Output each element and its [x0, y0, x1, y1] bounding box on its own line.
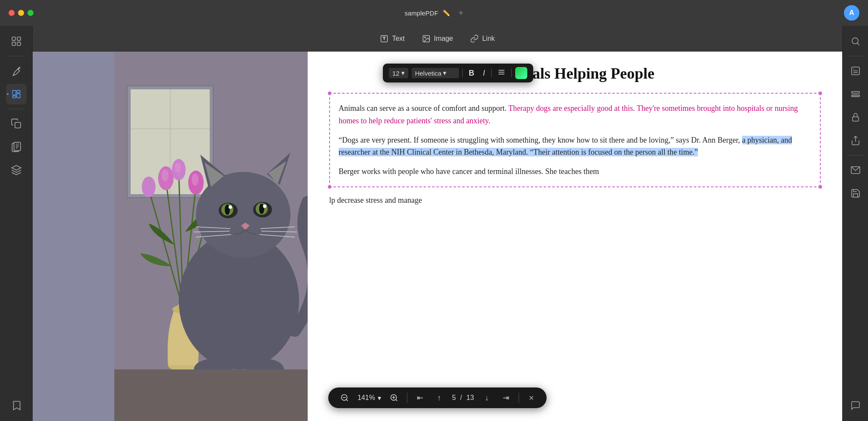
- titlebar-center: samplePDF ✏️ +: [404, 8, 463, 18]
- email-icon: [850, 165, 861, 175]
- right-sidebar-protect[interactable]: [845, 107, 866, 128]
- list-icon: [498, 68, 505, 76]
- prev-page-button[interactable]: ↑: [433, 392, 445, 404]
- sidebar-icon-edit[interactable]: [6, 84, 27, 104]
- svg-line-65: [395, 399, 397, 401]
- svg-rect-1: [17, 37, 21, 40]
- sidebar-icon-bookmark[interactable]: [6, 395, 27, 416]
- zoom-display[interactable]: 141% ▾: [358, 394, 381, 402]
- sidebar-icon-copy[interactable]: [6, 113, 27, 134]
- close-nav-button[interactable]: ✕: [526, 393, 536, 403]
- new-tab-button[interactable]: +: [458, 8, 464, 18]
- first-page-button[interactable]: ⇤: [414, 392, 426, 404]
- page-sep: /: [460, 394, 462, 402]
- page-nav: 5 / 13: [452, 394, 474, 402]
- bold-button[interactable]: B: [466, 68, 477, 79]
- text-tool-button[interactable]: Text: [371, 31, 413, 46]
- tab-title: samplePDF: [404, 9, 438, 17]
- svg-line-61: [346, 399, 348, 401]
- bottom-controls: 141% ▾ ⇤ ↑ 5 / 13: [328, 387, 547, 408]
- svg-point-48: [229, 205, 232, 209]
- svg-rect-5: [17, 90, 20, 92]
- link-tool-label: Link: [482, 35, 495, 43]
- pdf-text-half: Animals Helping People Animals can serve…: [308, 52, 842, 421]
- redact-icon: [850, 89, 861, 99]
- main-layout: Text Image Link: [0, 26, 868, 421]
- cat-image-svg: [33, 52, 308, 421]
- zoom-in-button[interactable]: [388, 392, 400, 404]
- list-button[interactable]: [495, 67, 508, 79]
- last-page-button[interactable]: ⇥: [500, 392, 512, 404]
- right-sidebar-save[interactable]: [845, 183, 866, 204]
- edit-title-icon[interactable]: ✏️: [443, 9, 450, 16]
- resize-handle-tl[interactable]: [328, 92, 331, 95]
- svg-rect-3: [17, 42, 21, 46]
- svg-point-37: [162, 169, 168, 181]
- svg-point-38: [175, 162, 181, 173]
- svg-rect-4: [12, 90, 16, 95]
- lock-icon: [850, 112, 861, 122]
- image-icon: [422, 34, 431, 43]
- close-button[interactable]: [9, 10, 15, 16]
- right-sidebar-redact[interactable]: [845, 84, 866, 104]
- para1-text: Animals can serve as a source of comfort…: [339, 104, 508, 113]
- text-format-toolbar: 12 ▾ Helvetica ▾ B I: [383, 64, 533, 82]
- resize-handle-tr[interactable]: [819, 92, 822, 95]
- right-sidebar: [842, 26, 868, 421]
- link-tool-button[interactable]: Link: [462, 31, 503, 46]
- svg-point-39: [192, 174, 199, 186]
- left-sidebar: [0, 26, 33, 421]
- chat-icon: [850, 400, 861, 411]
- right-sidebar-ocr[interactable]: [845, 61, 866, 81]
- svg-rect-0: [12, 37, 15, 40]
- avatar[interactable]: A: [844, 5, 859, 21]
- next-page-button[interactable]: ↓: [481, 392, 493, 404]
- svg-rect-8: [15, 122, 20, 128]
- font-family-select[interactable]: Helvetica ▾: [412, 68, 459, 78]
- para1-pink: Therapy dogs are especially good at this…: [339, 104, 798, 125]
- para2-selected: a physician, and researcher at the NIH C…: [339, 136, 792, 157]
- para4-text: lp decrease stress and manage: [329, 196, 422, 204]
- svg-point-13: [425, 37, 426, 38]
- link-icon: [470, 34, 479, 43]
- svg-rect-70: [852, 95, 859, 97]
- svg-point-49: [263, 204, 266, 208]
- toolbar-separator-1: [462, 69, 463, 77]
- italic-button[interactable]: I: [480, 68, 488, 79]
- zoom-out-button[interactable]: [339, 392, 351, 404]
- svg-rect-58: [114, 369, 308, 421]
- right-sidebar-search[interactable]: [845, 31, 866, 52]
- right-sidebar-email[interactable]: [845, 160, 866, 180]
- pdf-area: 12 ▾ Helvetica ▾ B I: [33, 52, 842, 421]
- paragraph-4-partial: lp decrease stress and manage: [329, 194, 821, 207]
- content-area: Text Image Link: [33, 26, 842, 421]
- right-sidebar-divider-1: [847, 56, 864, 56]
- maximize-button[interactable]: [28, 10, 34, 16]
- font-size-select[interactable]: 12 ▾: [389, 68, 408, 78]
- search-icon: [850, 36, 861, 46]
- image-tool-label: Image: [434, 35, 453, 43]
- text-content-box[interactable]: Animals can serve as a source of comfort…: [329, 93, 821, 187]
- font-size-value: 12: [392, 70, 400, 77]
- font-chevron: ▾: [443, 69, 446, 77]
- right-sidebar-share[interactable]: [845, 130, 866, 151]
- main-toolbar: Text Image Link: [33, 26, 842, 52]
- resize-handle-br[interactable]: [819, 185, 822, 189]
- current-page: 5: [452, 394, 456, 402]
- color-picker-button[interactable]: [515, 67, 527, 79]
- svg-rect-10: [14, 142, 20, 151]
- nav-separator-1: [407, 393, 407, 403]
- sidebar-icon-layers[interactable]: [6, 160, 27, 180]
- image-tool-button[interactable]: Image: [413, 31, 462, 46]
- sidebar-icon-thumbnails[interactable]: [6, 31, 27, 52]
- right-sidebar-chat[interactable]: [845, 395, 866, 416]
- para3-text: Berger works with people who have cancer…: [339, 167, 599, 176]
- save-icon: [850, 188, 861, 198]
- svg-rect-7: [12, 96, 16, 98]
- minimize-button[interactable]: [18, 10, 24, 16]
- resize-handle-bl[interactable]: [328, 185, 331, 189]
- paragraph-3: Berger works with people who have cancer…: [339, 165, 811, 178]
- sidebar-icon-annotation[interactable]: [6, 61, 27, 81]
- sidebar-icon-pages[interactable]: [6, 137, 27, 157]
- zoom-chevron: ▾: [378, 394, 381, 402]
